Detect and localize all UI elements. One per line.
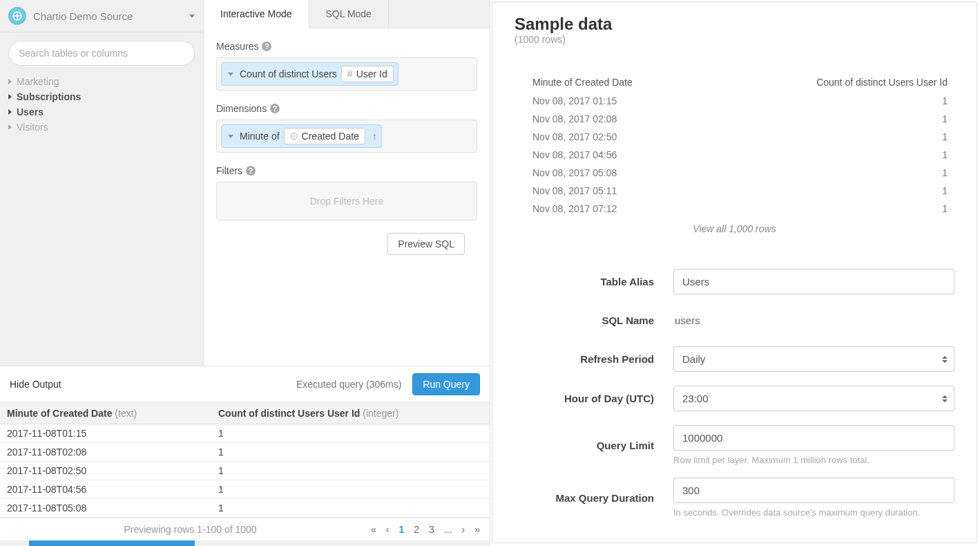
- sample-data-title: Sample data: [515, 15, 954, 34]
- refresh-period-select[interactable]: Daily: [673, 346, 954, 372]
- tree-label: Visitors: [17, 122, 48, 133]
- measure-field-label: User Id: [356, 68, 387, 79]
- caret-down-icon: [228, 73, 233, 76]
- tree-item-visitors[interactable]: Visitors: [8, 120, 195, 135]
- page-3[interactable]: 3: [429, 524, 434, 535]
- dimension-bucket-label: Minute of: [240, 131, 280, 142]
- measure-pill[interactable]: Count of distinct Users # User Id: [221, 62, 398, 86]
- sample-data-subtitle: (1000 rows): [515, 34, 954, 45]
- filters-dropzone[interactable]: Drop Filters Here: [216, 182, 477, 220]
- chevron-right-icon: [8, 109, 12, 115]
- dimension-field[interactable]: Created Date: [284, 128, 365, 144]
- tab-sql[interactable]: SQL Mode: [309, 0, 389, 28]
- help-icon[interactable]: ?: [246, 166, 256, 176]
- measure-field[interactable]: # User Id: [341, 66, 394, 82]
- measure-agg-label: Count of distinct Users: [240, 68, 337, 79]
- tree-item-subscriptions[interactable]: Subscriptions: [8, 89, 195, 104]
- max-duration-label: Max Query Duration: [515, 492, 673, 504]
- results-header: Minute of Created Date (text) Count of d…: [0, 402, 490, 424]
- chartio-logo-icon: [8, 7, 26, 25]
- sample-row: Nov 08, 2017 04:561: [515, 146, 954, 164]
- help-icon[interactable]: ?: [270, 104, 280, 113]
- source-selector[interactable]: Chartio Demo Source: [0, 0, 203, 32]
- tree-item-users[interactable]: Users: [8, 104, 195, 120]
- tree-item-marketing[interactable]: Marketing: [8, 74, 195, 89]
- sort-asc-icon[interactable]: ↑: [372, 131, 377, 142]
- sidebar: Chartio Demo Source Marketing Subscripti…: [0, 0, 204, 366]
- sample-head-col1: Minute of Created Date: [515, 77, 803, 88]
- select-caret-icon: [942, 356, 948, 363]
- sample-row: Nov 08, 2017 05:111: [515, 182, 954, 200]
- page-2[interactable]: 2: [414, 524, 419, 535]
- query-limit-label: Query Limit: [515, 440, 673, 451]
- chevron-right-icon: [8, 79, 12, 84]
- page-first[interactable]: «: [371, 524, 376, 535]
- sample-row: Nov 08, 2017 02:501: [515, 128, 954, 146]
- page-next[interactable]: ›: [462, 524, 465, 535]
- source-name: Chartio Demo Source: [33, 10, 189, 22]
- query-limit-hint: Row limit per layer. Maximum 1 million r…: [673, 455, 954, 465]
- tree-label: Subscriptions: [17, 91, 81, 102]
- select-caret-icon: [942, 395, 948, 402]
- tree-label: Marketing: [17, 76, 59, 87]
- table-row: 2017-11-08T04:561: [0, 480, 490, 499]
- view-all-rows-link[interactable]: View all 1,000 rows: [515, 218, 954, 255]
- sql-name-label: SQL Name: [515, 314, 673, 326]
- sample-row: Nov 08, 2017 05:081: [515, 164, 954, 182]
- run-query-button[interactable]: Run Query: [412, 373, 480, 395]
- pager: Previewing rows 1-100 of 1000 « ‹ 1 2 3 …: [0, 518, 490, 540]
- table-row: 2017-11-08T02:501: [0, 462, 490, 480]
- dimension-field-label: Created Date: [302, 131, 359, 142]
- progress-highlight: [29, 540, 195, 546]
- query-limit-input[interactable]: [673, 425, 954, 451]
- preview-text: Previewing rows 1-100 of 1000: [10, 524, 371, 535]
- col2-type: (integer): [363, 408, 398, 419]
- filters-placeholder: Drop Filters Here: [310, 196, 384, 207]
- caret-down-icon: [189, 15, 195, 18]
- refresh-period-label: Refresh Period: [515, 353, 673, 365]
- measures-label: Measures ?: [216, 41, 477, 52]
- executed-text: Executed query (306ms): [296, 379, 402, 390]
- filters-label: Filters ?: [216, 165, 477, 176]
- hash-icon: #: [347, 68, 353, 79]
- sql-name-value: users: [673, 308, 954, 332]
- search-input[interactable]: [8, 41, 195, 66]
- table-tree: Marketing Subscriptions Users Visitors: [0, 74, 203, 135]
- results-body: 2017-11-08T01:151 2017-11-08T02:081 2017…: [0, 424, 490, 518]
- col1-name: Minute of Created Date: [7, 408, 112, 419]
- dimensions-label: Dimensions ?: [216, 103, 477, 114]
- tab-interactive[interactable]: Interactive Mode: [204, 0, 309, 28]
- col2-name: Count of distinct Users User Id: [218, 408, 360, 419]
- help-icon[interactable]: ?: [262, 41, 271, 51]
- tree-label: Users: [17, 106, 44, 117]
- table-alias-label: Table Alias: [515, 276, 673, 288]
- sample-row: Nov 08, 2017 02:081: [515, 110, 954, 128]
- table-row: 2017-11-08T05:081: [0, 499, 490, 518]
- hour-of-day-label: Hour of Day (UTC): [515, 393, 673, 404]
- table-row: 2017-11-08T01:151: [0, 424, 490, 443]
- max-duration-hint: In seconds. Overrides data source's maxi…: [673, 507, 954, 518]
- chevron-right-icon: [8, 124, 12, 130]
- caret-down-icon: [228, 135, 233, 138]
- right-panel: Sample data (1000 rows) Minute of Create…: [492, 1, 977, 543]
- page-prev[interactable]: ‹: [386, 524, 390, 535]
- page-1[interactable]: 1: [398, 524, 404, 535]
- measures-dropzone[interactable]: Count of distinct Users # User Id: [216, 57, 477, 91]
- dimensions-dropzone[interactable]: Minute of Created Date ↑: [216, 120, 477, 153]
- col1-type: (text): [115, 408, 137, 419]
- sample-table: Minute of Created Date Count of distinct…: [515, 73, 954, 255]
- query-builder: Interactive Mode SQL Mode Measures ? Cou…: [204, 0, 490, 366]
- chevron-right-icon: [8, 94, 12, 100]
- sample-row: Nov 08, 2017 07:121: [515, 200, 954, 218]
- sample-row: Nov 08, 2017 01:151: [515, 92, 954, 110]
- max-duration-input[interactable]: [673, 478, 954, 503]
- table-alias-input[interactable]: [673, 269, 954, 294]
- hour-of-day-select[interactable]: 23:00: [673, 386, 954, 411]
- dimension-pill[interactable]: Minute of Created Date ↑: [221, 124, 382, 148]
- sample-head-col2: Count of distinct Users User Id: [803, 77, 954, 88]
- preview-sql-button[interactable]: Preview SQL: [387, 233, 465, 255]
- page-dots[interactable]: ...: [444, 524, 452, 535]
- hide-output-toggle[interactable]: Hide Output: [10, 379, 61, 390]
- page-last[interactable]: »: [474, 524, 480, 535]
- table-row: 2017-11-08T02:081: [0, 443, 490, 462]
